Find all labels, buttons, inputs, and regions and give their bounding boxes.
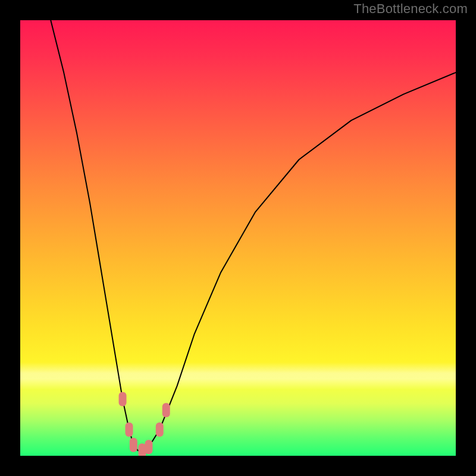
curve-marker	[162, 403, 170, 417]
chart-svg	[20, 20, 456, 456]
curve-marker	[119, 392, 127, 406]
curve-marker	[126, 422, 133, 437]
plot-area	[20, 20, 456, 456]
curve-marker	[145, 440, 152, 454]
curve-marker	[130, 438, 137, 452]
curve-marker	[156, 422, 164, 437]
curve-markers	[119, 392, 170, 456]
bottleneck-curve	[51, 20, 456, 450]
attribution-text: TheBottleneck.com	[353, 1, 468, 17]
